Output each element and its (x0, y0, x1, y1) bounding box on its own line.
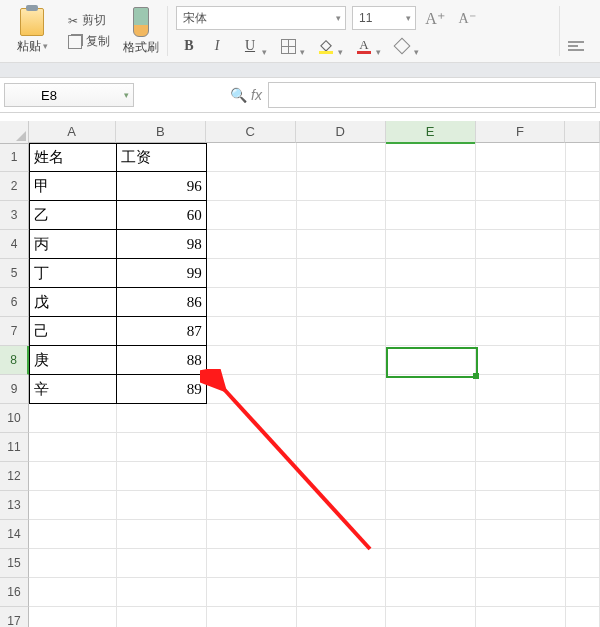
cell[interactable] (297, 143, 387, 172)
cell[interactable] (566, 346, 600, 375)
cell[interactable] (566, 607, 600, 627)
cell[interactable] (207, 346, 297, 375)
row-header[interactable]: 7 (0, 317, 29, 346)
cell[interactable] (29, 404, 117, 433)
row-header[interactable]: 4 (0, 230, 29, 259)
paste-button[interactable]: 粘贴▾ (0, 0, 64, 62)
col-header-E[interactable]: E (386, 121, 476, 144)
cut-button[interactable]: ✂ 剪切 (68, 12, 110, 29)
increase-font-button[interactable]: A⁺ (422, 6, 448, 30)
row-header[interactable]: 6 (0, 288, 29, 317)
cell[interactable] (386, 491, 476, 520)
cell[interactable] (476, 607, 566, 627)
cell[interactable] (117, 462, 207, 491)
cell[interactable]: 88 (117, 346, 207, 375)
cell[interactable] (117, 491, 207, 520)
cell[interactable] (566, 549, 600, 578)
cell[interactable] (566, 520, 600, 549)
cell[interactable] (566, 259, 600, 288)
cell[interactable] (297, 288, 387, 317)
formula-input[interactable] (268, 82, 596, 108)
cell[interactable] (476, 230, 566, 259)
cell[interactable] (476, 317, 566, 346)
fill-color-button[interactable]: ▾ (308, 34, 344, 58)
cell[interactable] (29, 549, 117, 578)
cell[interactable] (566, 578, 600, 607)
copy-button[interactable]: 复制 (68, 33, 110, 50)
cell[interactable] (207, 607, 297, 627)
cell[interactable] (207, 549, 297, 578)
cell[interactable] (297, 433, 387, 462)
cell[interactable] (297, 404, 387, 433)
cell[interactable] (29, 520, 117, 549)
align-left-button[interactable] (564, 34, 596, 58)
cell[interactable] (297, 172, 387, 201)
underline-button[interactable]: U▾ (232, 34, 268, 58)
cell[interactable] (566, 230, 600, 259)
cell[interactable] (207, 172, 297, 201)
row-header[interactable]: 16 (0, 578, 29, 607)
decrease-font-button[interactable]: A⁻ (454, 6, 480, 30)
cell[interactable] (207, 462, 297, 491)
cell[interactable] (476, 578, 566, 607)
row-header[interactable]: 15 (0, 549, 29, 578)
cell[interactable] (476, 259, 566, 288)
cell[interactable] (207, 404, 297, 433)
cell[interactable] (566, 172, 600, 201)
cell[interactable]: 86 (117, 288, 207, 317)
cell[interactable] (117, 607, 207, 627)
cell[interactable] (29, 491, 117, 520)
cell[interactable] (566, 462, 600, 491)
cell[interactable] (297, 375, 387, 404)
cell[interactable] (476, 346, 566, 375)
cell[interactable] (117, 520, 207, 549)
cell[interactable] (476, 520, 566, 549)
cell[interactable] (386, 549, 476, 578)
cell[interactable] (117, 404, 207, 433)
row-header[interactable]: 1 (0, 143, 29, 172)
cell[interactable] (297, 462, 387, 491)
row-header[interactable]: 8 (0, 346, 29, 375)
cell[interactable]: 乙 (29, 201, 117, 230)
font-name-combo[interactable]: 宋体 ▾ (176, 6, 346, 30)
cell[interactable] (207, 375, 297, 404)
row-header[interactable]: 13 (0, 491, 29, 520)
cell[interactable] (207, 201, 297, 230)
cell[interactable] (29, 578, 117, 607)
format-painter-button[interactable]: 格式刷 (114, 0, 168, 62)
cell[interactable] (297, 317, 387, 346)
cell[interactable] (207, 491, 297, 520)
cell[interactable] (386, 520, 476, 549)
row-header[interactable]: 3 (0, 201, 29, 230)
row-header[interactable]: 10 (0, 404, 29, 433)
cell[interactable]: 庚 (29, 346, 117, 375)
cell[interactable] (297, 201, 387, 230)
cell[interactable] (566, 143, 600, 172)
cell[interactable] (29, 607, 117, 627)
row-header[interactable]: 2 (0, 172, 29, 201)
col-header-G[interactable] (565, 121, 600, 143)
row-header[interactable]: 12 (0, 462, 29, 491)
italic-button[interactable]: I (204, 34, 230, 58)
cell[interactable] (386, 462, 476, 491)
cell[interactable] (566, 491, 600, 520)
cell[interactable] (476, 462, 566, 491)
cell[interactable] (566, 404, 600, 433)
cell[interactable] (207, 143, 297, 172)
cell[interactable] (297, 607, 387, 627)
cell[interactable] (566, 317, 600, 346)
cell[interactable] (207, 578, 297, 607)
cell[interactable]: 96 (117, 172, 207, 201)
cell[interactable] (476, 433, 566, 462)
cell[interactable] (386, 607, 476, 627)
cell[interactable]: 89 (117, 375, 207, 404)
cell[interactable]: 姓名 (29, 143, 117, 172)
borders-button[interactable]: ▾ (270, 34, 306, 58)
cell[interactable]: 辛 (29, 375, 117, 404)
cell[interactable] (117, 578, 207, 607)
cell[interactable] (386, 201, 476, 230)
cell[interactable] (476, 143, 566, 172)
cell[interactable] (297, 520, 387, 549)
cell[interactable] (386, 259, 476, 288)
cell[interactable]: 工资 (117, 143, 207, 172)
